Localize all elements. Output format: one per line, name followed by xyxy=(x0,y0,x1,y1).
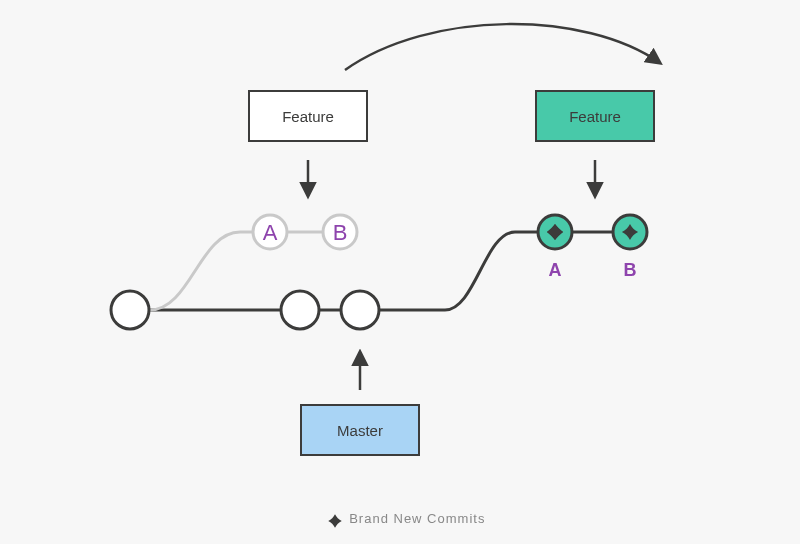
master-label: Master xyxy=(337,422,383,439)
new-commit-b xyxy=(613,215,647,249)
old-commit-a-label: A xyxy=(263,220,278,246)
feature-new-box: Feature xyxy=(535,90,655,142)
new-commit-a xyxy=(538,215,572,249)
root-commit xyxy=(111,291,149,329)
diagram-svg xyxy=(0,0,800,544)
legend: Brand New Commits xyxy=(0,511,800,526)
old-commit-b-label: B xyxy=(333,220,348,246)
feature-new-label: Feature xyxy=(569,108,621,125)
rebase-arc-arrow xyxy=(345,24,660,70)
master-box: Master xyxy=(300,404,420,456)
master-commit-1 xyxy=(281,291,319,329)
feature-old-box: Feature xyxy=(248,90,368,142)
master-commit-2 xyxy=(341,291,379,329)
new-commit-a-label: A xyxy=(549,260,562,281)
new-commit-b-label: B xyxy=(624,260,637,281)
rebase-diagram: Feature Feature Master A B A B Brand New… xyxy=(0,0,800,544)
feature-old-label: Feature xyxy=(282,108,334,125)
master-to-new-feature-line xyxy=(360,232,630,310)
legend-text: Brand New Commits xyxy=(349,511,485,526)
